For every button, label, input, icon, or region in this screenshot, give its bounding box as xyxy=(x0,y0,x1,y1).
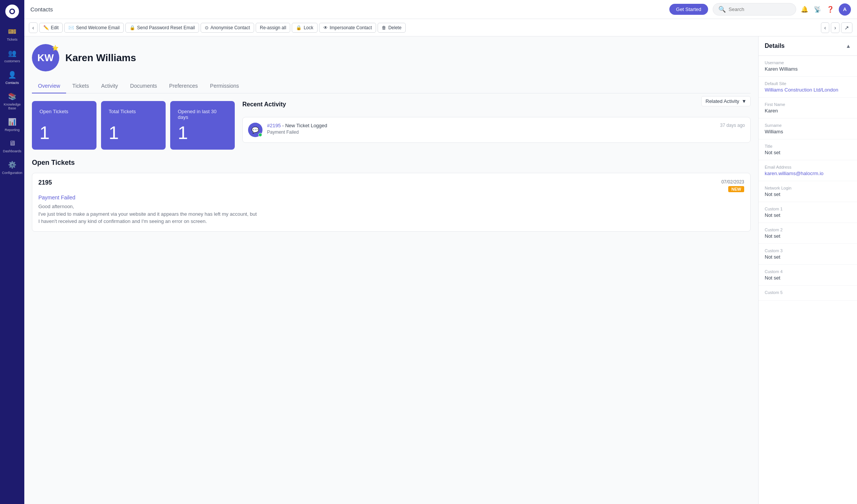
detail-custom1-label: Custom 1 xyxy=(765,207,851,211)
ticket-id: 2195 xyxy=(38,179,52,186)
tab-overview[interactable]: Overview xyxy=(32,79,66,93)
stat-30-label: Opened in last 30 days xyxy=(178,109,227,120)
detail-custom1: Custom 1 Not set xyxy=(759,202,857,223)
ticket-subject[interactable]: Payment Failed xyxy=(38,194,744,201)
app-logo[interactable] xyxy=(5,5,19,18)
sidebar-item-contacts-label: Contacts xyxy=(5,81,19,85)
stat-open-tickets: Open Tickets 1 xyxy=(32,101,96,150)
detail-custom3-value: Not set xyxy=(765,254,851,260)
ticket-card: 2195 07/02/2023 NEW Payment Failed Good … xyxy=(32,173,751,232)
detail-title-label: Title xyxy=(765,144,851,149)
activity-subtitle: Payment Failed xyxy=(267,130,716,135)
email-icon: ✉️ xyxy=(68,25,74,30)
anonymise-contact-button[interactable]: ⊙ Anonymise Contact xyxy=(201,23,254,33)
stat-open-value: 1 xyxy=(40,124,89,142)
detail-title: Title Not set xyxy=(759,139,857,160)
sidebar-item-reporting-label: Reporting xyxy=(5,128,19,132)
detail-custom5: Custom 5 xyxy=(759,286,857,301)
detail-custom4: Custom 4 Not set xyxy=(759,265,857,286)
sidebar-item-customers[interactable]: 👥 customers xyxy=(0,46,24,66)
detail-custom4-value: Not set xyxy=(765,275,851,281)
detail-custom2-value: Not set xyxy=(765,233,851,239)
star-badge: ⭐ xyxy=(52,45,59,51)
new-badge: NEW xyxy=(728,186,744,192)
customers-icon: 👥 xyxy=(8,49,16,57)
edit-icon: ✏️ xyxy=(43,25,49,30)
action-bar: ‹ ✏️ Edit ✉️ Send Welcome Email 🔒 Send P… xyxy=(24,19,857,36)
activity-icon: 💬 xyxy=(248,123,262,137)
stat-total-label: Total Tickets xyxy=(109,109,158,114)
send-welcome-email-button[interactable]: ✉️ Send Welcome Email xyxy=(64,23,124,33)
sidebar-item-dashboards[interactable]: 🖥 Dashboards xyxy=(0,136,24,156)
contact-name: Karen Williams xyxy=(65,52,136,64)
knowledge-base-icon: 📚 xyxy=(8,92,16,101)
search-input[interactable] xyxy=(729,6,791,12)
detail-username-value: Karen Williams xyxy=(765,66,851,72)
tab-permissions[interactable]: Permissions xyxy=(204,79,245,93)
edit-button[interactable]: ✏️ Edit xyxy=(39,23,63,33)
collapse-icon[interactable]: ▲ xyxy=(846,43,851,49)
back-button[interactable]: ‹ xyxy=(29,22,38,33)
trash-icon: 🗑 xyxy=(382,25,386,30)
lock-key-icon: 🔒 xyxy=(130,25,135,30)
prev-button[interactable]: ‹ xyxy=(821,22,830,33)
feed-icon[interactable]: 📡 xyxy=(814,6,821,13)
ticket-preview: Good afternoon, I've just tried to make … xyxy=(38,203,744,225)
sidebar-item-tickets[interactable]: 🎫 Tickets xyxy=(0,24,24,44)
anonymise-icon: ⊙ xyxy=(205,25,209,30)
recent-activity-title: Recent Activity xyxy=(242,101,286,108)
detail-first-name: First Name Karen xyxy=(759,98,857,118)
sidebar-item-configuration[interactable]: ⚙️ Configuration xyxy=(0,158,24,178)
sidebar-item-configuration-label: Configuration xyxy=(2,171,22,175)
next-button[interactable]: › xyxy=(831,22,840,33)
page-title: Contacts xyxy=(30,6,53,13)
sidebar-item-reporting[interactable]: 📊 Reporting xyxy=(0,115,24,135)
impersonate-contact-button[interactable]: 👁 Impersonate Contact xyxy=(319,23,376,33)
delete-button[interactable]: 🗑 Delete xyxy=(378,23,406,33)
tab-documents[interactable]: Documents xyxy=(124,79,163,93)
bell-icon[interactable]: 🔔 xyxy=(801,6,808,13)
sidebar-item-customers-label: customers xyxy=(4,59,20,63)
detail-custom2-label: Custom 2 xyxy=(765,228,851,232)
search-bar[interactable]: 🔍 xyxy=(713,3,796,16)
tab-tickets[interactable]: Tickets xyxy=(66,79,95,93)
detail-site-value[interactable]: Williams Construction Ltd/London xyxy=(765,87,851,93)
stat-30-value: 1 xyxy=(178,124,227,142)
lock-button[interactable]: 🔒 Lock xyxy=(292,23,317,33)
help-icon[interactable]: ❓ xyxy=(827,6,834,13)
detail-network-value: Not set xyxy=(765,191,851,197)
detail-email: Email Address karen.williams@halocrm.io xyxy=(759,160,857,181)
detail-surname-value: Williams xyxy=(765,129,851,134)
reporting-icon: 📊 xyxy=(8,118,16,126)
sidebar-item-contacts[interactable]: 👤 Contacts xyxy=(0,68,24,88)
topbar: Contacts Get Started 🔍 🔔 📡 ❓ A xyxy=(24,0,857,19)
sidebar-item-knowledge-base[interactable]: 📚 Knowledge Base xyxy=(0,89,24,113)
reassign-all-button[interactable]: Re-assign all xyxy=(256,23,290,33)
tabs: Overview Tickets Activity Documents Pref… xyxy=(32,79,751,93)
external-link-button[interactable]: ↗ xyxy=(841,22,852,33)
detail-network-label: Network Login xyxy=(765,186,851,190)
activity-filter-dropdown[interactable]: Related Activity ▼ xyxy=(701,96,751,106)
detail-network-login: Network Login Not set xyxy=(759,181,857,202)
sidebar-item-dashboards-label: Dashboards xyxy=(3,149,22,153)
detail-custom5-label: Custom 5 xyxy=(765,290,851,295)
contact-initials: KW xyxy=(37,52,54,64)
detail-custom4-label: Custom 4 xyxy=(765,269,851,274)
send-password-reset-button[interactable]: 🔒 Send Password Reset Email xyxy=(125,23,199,33)
open-tickets-title: Open Tickets xyxy=(32,159,751,167)
tab-activity[interactable]: Activity xyxy=(95,79,124,93)
tab-preferences[interactable]: Preferences xyxy=(163,79,204,93)
sidebar-item-tickets-label: Tickets xyxy=(7,38,17,41)
stats-row: Open Tickets 1 Total Tickets 1 Opened in… xyxy=(32,101,235,150)
contact-header: KW ⭐ Karen Williams xyxy=(32,44,751,71)
activity-ticket-link[interactable]: #2195 xyxy=(267,123,281,128)
activity-title: #2195 - New Ticket Logged xyxy=(267,123,716,128)
user-avatar[interactable]: A xyxy=(839,3,851,16)
contact-avatar: KW ⭐ xyxy=(32,44,59,71)
get-started-button[interactable]: Get Started xyxy=(669,4,708,15)
detail-site-label: Default Site xyxy=(765,81,851,86)
stat-last-30-days: Opened in last 30 days 1 xyxy=(170,101,235,150)
detail-email-value[interactable]: karen.williams@halocrm.io xyxy=(765,171,851,176)
detail-custom1-value: Not set xyxy=(765,212,851,218)
dashboards-icon: 🖥 xyxy=(9,139,16,147)
